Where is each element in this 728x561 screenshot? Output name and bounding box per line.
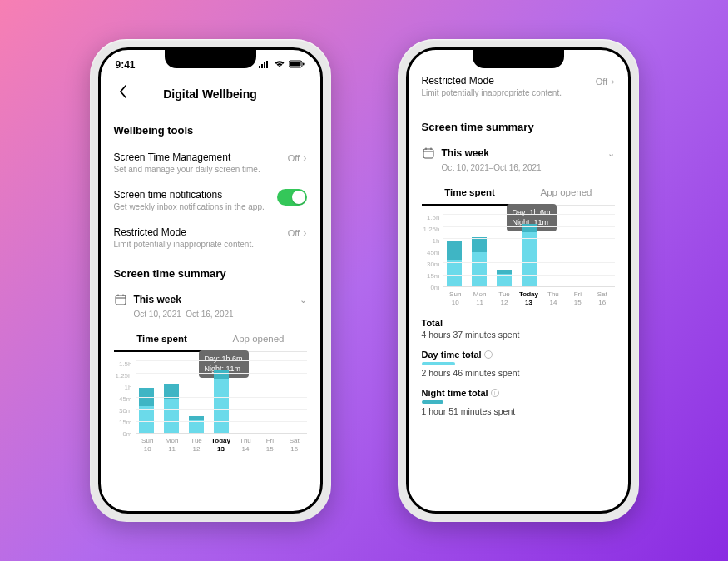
toggle-switch[interactable] xyxy=(277,189,307,206)
wifi-icon xyxy=(274,59,285,71)
setting-desc: Get weekly inbox notifications in the ap… xyxy=(114,202,277,211)
setting-value: Off xyxy=(288,228,300,238)
period-selector[interactable]: This week ⌄ xyxy=(114,288,307,308)
summary-tabs: Time spent App opened xyxy=(114,327,307,352)
chevron-right-icon: › xyxy=(303,151,306,164)
tab-time-spent[interactable]: Time spent xyxy=(422,181,518,206)
setting-screen-time-notifications[interactable]: Screen time notifications Get weekly inb… xyxy=(114,182,307,220)
tab-time-spent[interactable]: Time spent xyxy=(114,327,210,352)
setting-label: Screen Time Management xyxy=(114,151,288,163)
notch xyxy=(165,50,256,68)
calendar-icon xyxy=(114,293,127,306)
setting-value: Off xyxy=(596,77,607,87)
setting-label: Screen time notifications xyxy=(114,189,277,201)
screen-time-summary-heading: Screen time summary xyxy=(114,267,307,280)
total-night: Night time totali 1 hour 51 minutes spen… xyxy=(422,388,615,416)
day-bar xyxy=(422,362,455,365)
night-bar xyxy=(422,400,443,404)
phone-screen-2: Restricted Mode Limit potentially inappr… xyxy=(406,47,631,514)
chevron-right-icon: › xyxy=(611,75,614,87)
x-axis: Sun10Mon11Tue12Today13Thu14Fri15Sat16 xyxy=(136,437,307,453)
phone-mockup-2: Restricted Mode Limit potentially inappr… xyxy=(398,39,639,522)
tab-app-opened[interactable]: App opened xyxy=(210,327,307,351)
svg-rect-0 xyxy=(259,66,260,68)
chart-bars xyxy=(443,214,615,287)
page-title: Digital Wellbeing xyxy=(163,87,257,101)
info-icon[interactable]: i xyxy=(484,350,493,359)
setting-value: Off xyxy=(288,153,300,163)
setting-label: Restricted Mode xyxy=(114,226,288,238)
chevron-right-icon: › xyxy=(303,226,306,239)
page-header: Digital Wellbeing xyxy=(101,77,320,114)
back-button[interactable] xyxy=(112,82,134,106)
y-axis: 1.5h1.25h1h45m30m15m0m xyxy=(114,360,132,438)
info-icon[interactable]: i xyxy=(491,389,499,397)
setting-desc: Set and manage your daily screen time. xyxy=(114,165,288,174)
chevron-down-icon: ⌄ xyxy=(607,148,615,159)
period-label: This week xyxy=(442,147,489,159)
calendar-icon xyxy=(422,146,435,160)
total-day: Day time totali 2 hours 46 minutes spent xyxy=(422,350,615,378)
time-spent-chart: 1.5h1.25h1h45m30m15m0m Day: 1h 6m Night:… xyxy=(422,214,615,306)
setting-label: Restricted Mode xyxy=(422,75,596,87)
wellbeing-tools-heading: Wellbeing tools xyxy=(114,124,307,137)
setting-restricted-mode[interactable]: Restricted Mode Limit potentially inappr… xyxy=(422,73,615,106)
period-range: Oct 10, 2021–Oct 16, 2021 xyxy=(134,310,307,319)
phone-mockup-1: 9:41 Digital Wellbeing Wellbeing tools S… xyxy=(90,39,331,522)
svg-rect-6 xyxy=(303,63,305,66)
svg-rect-7 xyxy=(116,295,126,305)
chart-bars xyxy=(136,360,307,434)
notch xyxy=(473,50,564,68)
svg-rect-2 xyxy=(264,62,265,68)
battery-icon xyxy=(289,59,305,71)
svg-rect-1 xyxy=(261,64,263,68)
svg-rect-5 xyxy=(290,62,300,67)
period-selector[interactable]: This week ⌄ xyxy=(422,141,615,161)
time-spent-chart: 1.5h1.25h1h45m30m15m0m Day: 1h 6m Night:… xyxy=(114,360,307,453)
totals-section: Total 4 hours 37 minutes spent Day time … xyxy=(422,318,615,416)
x-axis: Sun10Mon11Tue12Today13Thu14Fri15Sat16 xyxy=(443,290,615,306)
chevron-down-icon: ⌄ xyxy=(300,295,307,305)
total-overall: Total 4 hours 37 minutes spent xyxy=(422,318,615,340)
status-icons xyxy=(259,59,305,71)
screen-time-summary-heading: Screen time summary xyxy=(422,121,615,133)
y-axis: 1.5h1.25h1h45m30m15m0m xyxy=(422,214,440,291)
summary-tabs: Time spent App opened xyxy=(422,181,615,206)
phone-screen-1: 9:41 Digital Wellbeing Wellbeing tools S… xyxy=(98,47,323,514)
setting-desc: Limit potentially inappropriate content. xyxy=(422,88,596,97)
tab-app-opened[interactable]: App opened xyxy=(518,181,615,205)
svg-rect-11 xyxy=(423,149,433,158)
setting-screen-time-management[interactable]: Screen Time Management Set and manage yo… xyxy=(114,145,307,182)
setting-desc: Limit potentially inappropriate content. xyxy=(114,240,288,249)
period-label: This week xyxy=(134,294,181,305)
status-time: 9:41 xyxy=(116,59,136,71)
signal-icon xyxy=(259,59,270,71)
setting-restricted-mode[interactable]: Restricted Mode Limit potentially inappr… xyxy=(114,220,307,257)
svg-rect-3 xyxy=(266,61,268,68)
period-range: Oct 10, 2021–Oct 16, 2021 xyxy=(442,163,615,172)
